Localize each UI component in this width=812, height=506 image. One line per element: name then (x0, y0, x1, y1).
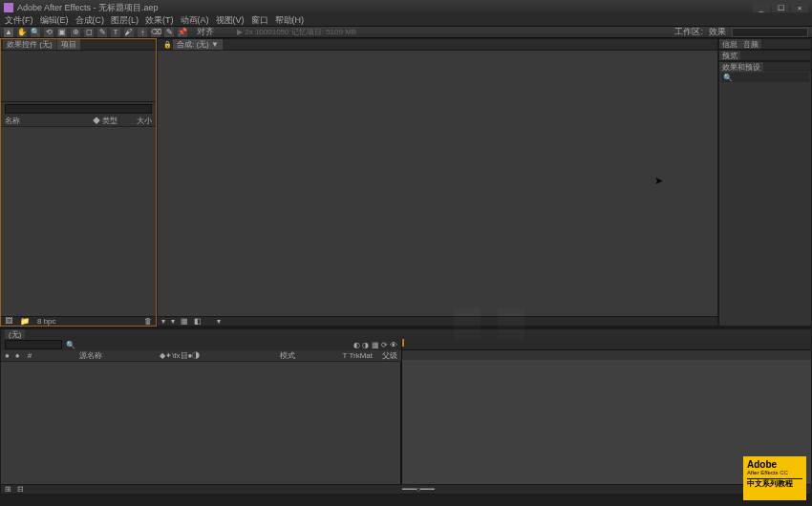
comp-lock-icon[interactable]: 🔒 (163, 41, 172, 49)
window-title: Adobe After Effects - 无标题项目.aep (17, 2, 158, 14)
current-time-indicator[interactable] (402, 339, 404, 347)
delete-icon[interactable]: 🗑 (144, 317, 152, 326)
tab-effect-controls[interactable]: 效果控件 (无) (3, 39, 56, 50)
col-type[interactable]: ◆ 类型 (93, 116, 118, 126)
tab-effects-presets[interactable]: 效果和预设 (719, 62, 763, 72)
tl-search-icon[interactable]: 🔍 (66, 341, 75, 349)
eraser-tool-icon[interactable]: ⌫ (151, 28, 160, 37)
col-trkmat[interactable]: T TrkMat (343, 351, 373, 360)
pen-tool-icon[interactable]: ✎ (97, 28, 107, 37)
search-help-input[interactable] (732, 28, 808, 37)
menu-window[interactable]: 窗口 (248, 14, 271, 27)
effects-search-input[interactable]: 🔍 (721, 73, 809, 82)
tab-preview[interactable]: 预览 (719, 51, 740, 60)
menu-layer[interactable]: 图层(L) (108, 14, 141, 27)
camera-tool-icon[interactable]: ▣ (57, 28, 67, 37)
placeholder-icon (454, 308, 481, 339)
close-button[interactable]: × (791, 3, 808, 12)
toggle-modes-icon[interactable]: ⊟ (17, 485, 24, 494)
zoom-tool-icon[interactable]: 🔍 (31, 28, 40, 37)
bpc-button[interactable]: 8 bpc (37, 317, 56, 326)
project-search-input[interactable] (5, 104, 152, 114)
toggle-switches-icon[interactable]: ⊞ (5, 485, 11, 494)
composition-panel: 🔒 合成: (无) ▼ ➤ ▾ ▾ ▦ ◧ ▾ (157, 38, 718, 327)
composition-viewer[interactable]: ➤ (158, 51, 717, 316)
col-parent[interactable]: 父级 (382, 350, 397, 361)
preview-panel: 预览 (718, 50, 812, 61)
tab-timeline[interactable]: (无) (5, 329, 25, 340)
badge-line2: After Effects CC (747, 470, 802, 476)
info-panel: 信息 音频 (718, 38, 812, 50)
timeline-panel: (无) 🔍 ◐ ◑ ▦ ⟳ 👁 ● ● # (0, 328, 812, 495)
col-num: # (28, 351, 32, 360)
time-display[interactable]: ▾ (217, 317, 221, 326)
resolution-dropdown[interactable]: ▾ (171, 317, 175, 326)
menu-help[interactable]: 帮助(H) (272, 14, 308, 27)
right-panel-stack: 信息 音频 预览 效果和预设 🔍 (718, 38, 812, 327)
project-items[interactable] (1, 127, 156, 316)
brush-tool-icon[interactable]: 🖌 (124, 28, 134, 37)
badge-line3: 中文系列教程 (747, 478, 802, 489)
menu-view[interactable]: 视图(V) (213, 14, 247, 27)
grid-toggle-icon[interactable]: ▦ (181, 317, 188, 326)
puppet-tool-icon[interactable]: 📌 (178, 28, 187, 37)
col-vis-icon[interactable]: ● (5, 351, 10, 360)
workspace-dropdown[interactable]: 效果 (709, 26, 726, 38)
placeholder-icon (498, 308, 524, 339)
col-size[interactable]: 大小 (137, 116, 152, 126)
clone-tool-icon[interactable]: ⟊ (138, 28, 147, 37)
anchor-tool-icon[interactable]: ⊕ (71, 28, 80, 37)
tab-info[interactable]: 信息 (719, 39, 740, 49)
project-columns: 名称 ◆ 类型 大小 (1, 116, 156, 127)
comp-footer: ▾ ▾ ▦ ◧ ▾ (158, 316, 717, 326)
timeline-layer-list[interactable] (1, 362, 401, 484)
mouse-cursor-icon: ➤ (654, 175, 662, 186)
folder-icon[interactable]: 📁 (20, 317, 30, 326)
timeline-ruler[interactable] (402, 339, 811, 350)
selection-tool-icon[interactable]: ▲ (4, 28, 13, 37)
text-tool-icon[interactable]: T (111, 28, 120, 37)
toolbar-info: ▶ 2x 10001050 记忆项目: 5109 MB (237, 27, 356, 37)
timecode-input[interactable] (5, 340, 62, 349)
col-lock-icon[interactable]: ● (15, 351, 20, 360)
badge-line1: Adobe (747, 459, 802, 470)
menu-comp[interactable]: 合成(C) (73, 14, 108, 27)
rotate-tool-icon[interactable]: ⟲ (44, 28, 53, 37)
hand-tool-icon[interactable]: ✋ (17, 28, 27, 37)
col-name[interactable]: 名称 (5, 116, 20, 126)
app-icon (4, 3, 13, 12)
project-panel: 效果控件 (无) 项目 名称 ◆ 类型 大小 🖼 📁 8 bpc 🗑 (0, 38, 157, 327)
mask-toggle-icon[interactable]: ◧ (194, 317, 202, 326)
project-footer: 🖼 📁 8 bpc 🗑 (1, 316, 156, 326)
zoom-slider[interactable]: ━━━○━━━ (402, 485, 436, 494)
menu-file[interactable]: 文件(F) (2, 14, 36, 27)
tab-audio[interactable]: 音频 (740, 39, 761, 49)
menu-edit[interactable]: 编辑(E) (37, 14, 72, 27)
timeline-footer: ⊞ ⊟ ━━━○━━━ (1, 484, 811, 494)
tl-btn-icon[interactable]: ⟳ (381, 341, 388, 349)
tab-composition[interactable]: 合成: (无) ▼ (173, 39, 223, 50)
col-source-name[interactable]: 源名称 (79, 350, 102, 361)
minimize-button[interactable]: _ (753, 3, 770, 12)
col-switches[interactable]: ◆✦\fx目●◑ (160, 350, 200, 361)
tl-btn-icon[interactable]: ◐ (353, 341, 360, 349)
timeline-columns: ● ● # 源名称 ◆✦\fx目●◑ 模式 T TrkMat 父级 (1, 350, 401, 362)
project-preview (1, 51, 156, 102)
maximize-button[interactable]: ☐ (772, 3, 789, 12)
zoom-dropdown[interactable]: ▾ (161, 317, 165, 326)
interpret-icon[interactable]: 🖼 (5, 317, 12, 326)
menu-effect[interactable]: 效果(T) (142, 14, 177, 27)
shape-tool-icon[interactable]: ◻ (84, 28, 94, 37)
window-titlebar: Adobe After Effects - 无标题项目.aep _ ☐ × (0, 0, 812, 15)
tl-btn-icon[interactable]: 👁 (390, 341, 397, 349)
tl-btn-icon[interactable]: ▦ (372, 341, 379, 349)
roto-tool-icon[interactable]: ✎ (164, 28, 174, 37)
col-mode[interactable]: 模式 (280, 350, 295, 361)
toolbar-align-label: 对齐 (197, 26, 214, 38)
tl-btn-icon[interactable]: ◑ (362, 341, 369, 349)
effects-presets-panel: 效果和预设 🔍 (718, 61, 812, 327)
timeline-ruler-ticks (402, 350, 811, 360)
toolbar: ▲ ✋ 🔍 ⟲ ▣ ⊕ ◻ ✎ T 🖌 ⟊ ⌫ ✎ 📌 对齐 ▶ 2x 1000… (0, 27, 812, 38)
workspace-label: 工作区: (674, 26, 703, 38)
tab-project[interactable]: 项目 (57, 39, 80, 50)
